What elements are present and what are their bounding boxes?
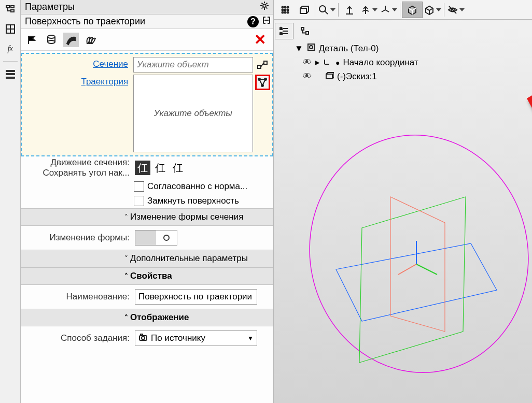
mode-flag-icon[interactable] (24, 33, 39, 47)
properties-panel: Параметры Поверхность по траектории ? ✕ … (21, 0, 274, 403)
close-surface-checkbox-row: Замкнуть поверхность (21, 194, 273, 208)
trajectory-curve-icon[interactable] (255, 75, 270, 90)
name-label: Наименование: (23, 292, 133, 302)
svg-rect-2 (11, 10, 14, 12)
section-row: Сечение (22, 56, 272, 74)
chevron-up-icon: ˄ (124, 272, 128, 280)
tree-outline-icon[interactable] (3, 2, 18, 17)
move-opt-3[interactable]: 仜 (170, 161, 186, 175)
mode-fan-icon[interactable] (83, 33, 99, 47)
method-label: Способ задания: (23, 333, 133, 343)
change-form-opt-on[interactable] (156, 231, 177, 245)
normals-checkbox-label: Согласованно с норма... (147, 181, 247, 192)
mode-sweep-icon[interactable] (63, 33, 79, 47)
mode-cylinder-icon[interactable] (44, 33, 59, 47)
extra-section-head[interactable]: ˅ Дополнительные параметры (21, 250, 273, 267)
close-surface-checkbox[interactable] (134, 196, 144, 206)
svg-point-6 (48, 40, 55, 44)
chevron-down-icon: ▼ (247, 335, 254, 342)
move-opt-2[interactable]: 仜 (152, 161, 168, 175)
display-section-head[interactable]: ˄ Отображение (21, 309, 273, 326)
props-section-head[interactable]: ˄ Свойства (21, 267, 273, 285)
trajectory-row: Траектория Укажите объекты (22, 74, 272, 153)
svg-rect-14 (141, 334, 143, 336)
method-row: Способ задания: По источнику ▼ (21, 326, 273, 350)
svg-point-5 (48, 35, 55, 38)
trajectory-input[interactable]: Укажите объекты (133, 75, 253, 152)
camera-icon (138, 333, 148, 344)
section-link[interactable]: Сечение (93, 59, 128, 69)
svg-point-13 (142, 336, 145, 339)
grid-panel-icon[interactable] (3, 22, 18, 36)
method-dropdown[interactable]: По источнику ▼ (135, 330, 257, 346)
change-form-row: Изменение формы: (21, 226, 273, 250)
close-icon[interactable]: ✕ (254, 31, 266, 48)
svg-rect-1 (11, 6, 14, 8)
mode-tab-row: ✕ (21, 29, 273, 51)
svg-point-34 (288, 114, 532, 393)
hamburger-menu-icon[interactable] (3, 67, 18, 81)
left-vertical-toolbar: fx (0, 0, 21, 403)
collapse-panel-icon[interactable] (262, 16, 271, 27)
svg-rect-8 (264, 61, 267, 64)
normals-checkbox-row: Согласованно с норма... (21, 179, 273, 194)
name-row: Наименование: (21, 285, 273, 309)
move-section-row: Движение сечения: Сохранять угол нак... … (21, 156, 273, 179)
name-input[interactable] (135, 289, 257, 305)
viewport[interactable]: 1112 ▼ Деталь (Тел-0) 👁 ▸ ● Начало коорд… (274, 0, 532, 403)
panel-subtitle-row: Поверхность по траектории ? (21, 15, 273, 29)
help-icon[interactable]: ? (247, 16, 259, 27)
change-form-label: Изменение формы: (23, 233, 133, 243)
svg-rect-7 (258, 65, 261, 68)
change-form-opt-off[interactable] (135, 231, 156, 245)
panel-header: Параметры (21, 0, 273, 15)
section-input[interactable] (133, 57, 253, 73)
panel-subtitle: Поверхность по траектории (25, 16, 145, 27)
svg-rect-0 (6, 6, 9, 8)
fx-variables-icon[interactable]: fx (3, 41, 18, 56)
keep-angle-label: Сохранять угол нак... (43, 168, 130, 178)
svg-point-4 (263, 4, 266, 7)
move-section-segmented: 仜 仜 仜 (135, 161, 186, 175)
svg-marker-36 (359, 197, 466, 363)
change-form-toggle (135, 230, 177, 246)
panel-title: Параметры (25, 2, 75, 12)
section-sketch-icon[interactable] (255, 57, 270, 73)
scene-svg (274, 0, 532, 403)
move-opt-1[interactable]: 仜 (135, 161, 150, 175)
chevron-down-icon: ˅ (124, 254, 128, 263)
change-form-section-head[interactable]: ˄ Изменение формы сечения (21, 208, 273, 226)
normals-checkbox[interactable] (134, 181, 144, 192)
close-surface-checkbox-label: Замкнуть поверхность (147, 196, 239, 206)
trajectory-link[interactable]: Траектория (81, 77, 128, 87)
chevron-up-icon: ˄ (124, 213, 128, 221)
form-area: Сечение Траектория Укажите объекты Движе… (21, 51, 273, 352)
selection-block: Сечение Траектория Укажите объекты (21, 53, 273, 156)
move-section-label: Движение сечения: (51, 157, 130, 167)
gear-icon[interactable] (260, 1, 269, 13)
chevron-up-icon: ˄ (124, 313, 128, 322)
